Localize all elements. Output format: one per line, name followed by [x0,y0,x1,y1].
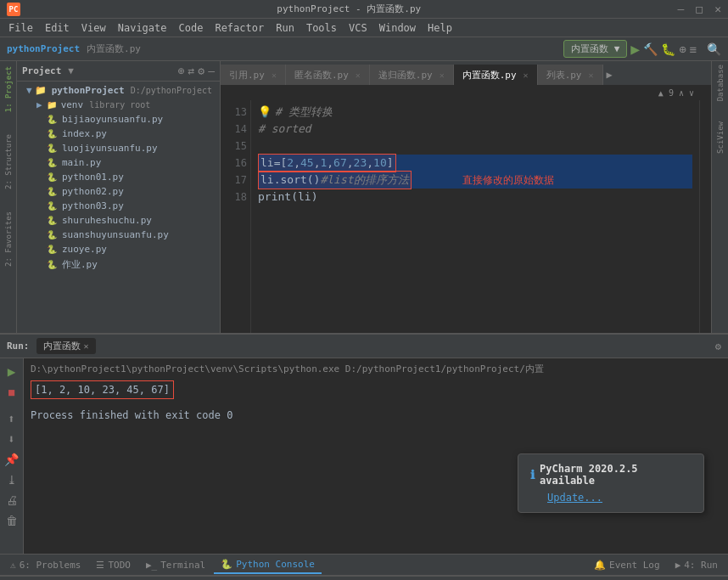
run-panel-label: Run: [7,341,30,352]
minimize-button[interactable]: — [678,3,685,15]
root-path: D:/pythonProject [131,86,212,95]
tree-venv[interactable]: ▶ 📁 venv library root [17,98,220,112]
tree-python02[interactable]: 🐍 python02.py [17,184,220,199]
pin-icon[interactable]: 📌 [4,453,19,466]
menu-bar: File Edit View Navigate Code Refactor Ru… [0,19,728,37]
tab-close-digui[interactable]: ✕ [440,70,445,80]
tab-neizhi[interactable]: 内置函数.py ✕ [454,65,538,85]
venv-folder-icon: 📁 [47,100,57,110]
menu-code[interactable]: Code [174,20,209,36]
tab-niminghansu[interactable]: 匿名函数.py ✕ [286,65,370,85]
debug-icon[interactable]: 🐛 [661,42,675,56]
run-finished-msg: Process finished with exit code 0 [31,408,721,423]
left-strip: 1: Project 2: Structure 2: Favorites [0,61,17,333]
tab-diguihansu[interactable]: 递归函数.py ✕ [370,65,454,85]
scroll-up-icon[interactable]: ⬆ [8,412,14,425]
tab-python-console[interactable]: 🐍 Python Console [214,555,322,574]
tab-todo[interactable]: ☰ TODO [89,555,137,574]
menu-vcs[interactable]: VCS [344,20,372,36]
run-result-line: [1, 2, 10, 23, 45, 67] [31,380,721,399]
panel-add-icon[interactable]: ⊕ [178,65,185,77]
run-config-selector[interactable]: 内置函数 ▼ [563,40,627,58]
panel-dropdown-icon[interactable]: ▼ [68,65,74,76]
tab-terminal[interactable]: ▶_ Terminal [139,555,212,574]
py-file-icon6: 🐍 [47,187,57,196]
tab-run[interactable]: ▶ 4: Run [669,555,725,574]
menu-view[interactable]: View [76,20,111,36]
structure-strip-label[interactable]: 2: Structure [4,134,13,189]
tab-yinyong[interactable]: 引用.py ✕ [221,65,286,85]
tab-close-liebiao[interactable]: ✕ [589,70,594,80]
tree-shuru[interactable]: 🐍 shuruheshuchu.py [17,213,220,228]
run-tab-label: 内置函数 [43,340,81,352]
panel-settings-icon[interactable]: ⚙ [198,65,204,77]
bijiao-label: bijiaoyunsuanfu.py [62,114,163,125]
menu-window[interactable]: Window [374,20,421,36]
menu-edit[interactable]: Edit [40,20,75,36]
menu-tools[interactable]: Tools [301,20,342,36]
tree-main[interactable]: 🐍 main.py [17,155,220,170]
tree-zuoye2[interactable]: 🐍 作业.py [17,256,220,273]
code-editor[interactable]: 💡 # 类型转换 # sorted li=[2,45,1,67,23,10] [251,100,699,333]
line-numbers: 13 14 15 16 17 18 [221,100,251,333]
notification-popup: ℹ PyCharm 2020.2.5 available Update... [518,453,704,513]
annotation-bar: ▲ 9 ∧ ∨ [221,85,711,100]
problems-icon: ⚠ [10,560,16,571]
tree-index[interactable]: 🐍 index.py [17,127,220,141]
build-icon[interactable]: 🔨 [643,42,658,56]
run-stop-icon[interactable]: ■ [8,386,14,398]
menu-file[interactable]: File [3,20,38,36]
folder-icon: 📁 [35,85,47,96]
tab-close-yinyong[interactable]: ✕ [272,70,277,80]
notification-update-link[interactable]: Update... [547,492,692,504]
coverage-icon[interactable]: ⊕ [679,42,686,56]
editor-content[interactable]: 13 14 15 16 17 18 💡 # 类型转换 # sorted [221,100,711,333]
menu-help[interactable]: Help [423,20,457,36]
tree-bijiao[interactable]: 🐍 bijiaoyunsuanfu.py [17,112,220,127]
download-icon[interactable]: ⤓ [7,473,17,487]
tab-scroll-right[interactable]: ▶ [603,65,616,85]
menu-navigate[interactable]: Navigate [113,20,172,36]
luoji-label: luojiyunsuanfu.py [62,143,158,154]
tab-problems[interactable]: ⚠ 6: Problems [3,555,87,574]
panel-sync-icon[interactable]: ⇄ [188,65,195,77]
tree-suanshu[interactable]: 🐍 suanshuyunsuanfu.py [17,228,220,242]
tree-zuoye[interactable]: 🐍 zuoye.py [17,242,220,256]
tab-close-neizhi[interactable]: ✕ [524,70,529,80]
tree-root[interactable]: ▼ 📁 pythonProject D:/pythonProject [17,83,220,98]
scroll-down-icon[interactable]: ⬇ [8,432,14,446]
code-comment-14: # sorted [258,121,311,138]
tab-liebiao[interactable]: 列表.py ✕ [538,65,603,85]
maximize-button[interactable]: □ [696,3,703,15]
close-button[interactable]: ✕ [714,3,721,15]
trash-icon[interactable]: 🗑 [6,514,18,527]
venv-expand-icon: ▶ [36,99,42,110]
project-strip-label[interactable]: 1: Project [4,66,13,112]
run-tab-neizhi[interactable]: 内置函数 ✕ [36,338,96,354]
tree-luoji[interactable]: 🐍 luojiyunsuanfu.py [17,141,220,155]
panel-minimize-icon[interactable]: — [208,65,215,77]
run-tab-close[interactable]: ✕ [84,341,89,351]
run-settings-icon[interactable]: ⚙ [715,341,721,352]
database-strip-label[interactable]: Database [716,65,725,101]
lightbulb-icon[interactable]: 💡 [258,104,272,121]
app-logo: PC [7,3,20,16]
profile-icon[interactable]: ≡ [690,42,697,56]
search-everywhere-icon[interactable]: 🔍 [707,42,721,56]
run-play-icon[interactable]: ▶ [8,363,16,380]
tab-close-niming[interactable]: ✕ [356,70,361,80]
scmview-strip-label[interactable]: SciView [716,121,725,154]
main-layout: 1: Project 2: Structure 2: Favorites Pro… [0,61,728,333]
code-line-17: li.sort()#list的排序方法 直接修改的原始数据 [258,172,692,189]
project-panel: Project ▼ ⊕ ⇄ ⚙ — ▼ 📁 pythonProject D:/p… [17,61,221,333]
code-line-13: 💡 # 类型转换 [258,104,692,121]
code-highlight-17: li.sort()#list的排序方法 [258,171,412,189]
tab-event-log[interactable]: 🔔 Event Log [587,555,667,574]
print-icon[interactable]: 🖨 [6,493,18,507]
menu-refactor[interactable]: Refactor [210,20,269,36]
tree-python03[interactable]: 🐍 python03.py [17,199,220,213]
menu-run[interactable]: Run [271,20,300,36]
favorites-strip-label[interactable]: 2: Favorites [4,211,13,267]
run-button[interactable]: ▶ [630,40,640,58]
tree-python01[interactable]: 🐍 python01.py [17,170,220,184]
